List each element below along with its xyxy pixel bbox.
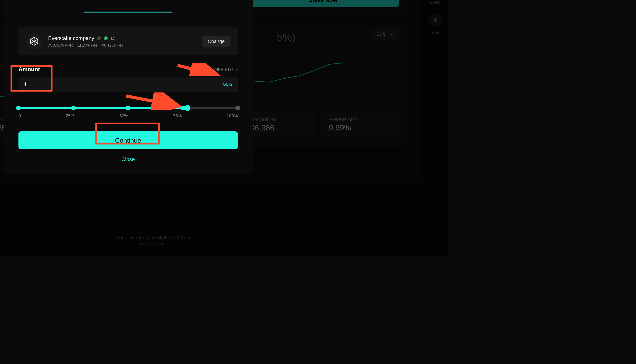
provider-fee: 15% Fee (77, 43, 98, 48)
slider-label: 0 (18, 114, 21, 118)
provider-logo (26, 34, 42, 49)
slider-label: 25% (66, 114, 74, 118)
amount-input-wrapper: Max (18, 77, 238, 92)
verified-icon (104, 36, 108, 40)
provider-name: Everstake company i (48, 35, 124, 41)
amount-label: Amount (18, 66, 40, 72)
external-link-icon[interactable] (111, 36, 115, 40)
staking-modal: ✕ Choose staking provider Everstake comp… (4, 0, 252, 174)
continue-button[interactable]: Continue (18, 131, 238, 149)
max-button[interactable]: Max (222, 82, 232, 88)
provider-apr: 8.36% APR (48, 43, 73, 48)
svg-rect-25 (78, 44, 80, 46)
provider-filled: 98.1% Filled (102, 43, 124, 48)
modal-progress-bar (84, 12, 172, 12)
available-balance: Available: 1.2998 EGLD (186, 67, 238, 72)
svg-text:i: i (99, 36, 99, 40)
info-icon[interactable]: i (97, 36, 101, 40)
slider-label: 50% (119, 114, 128, 118)
provider-card: Everstake company i 8.36% APR 15% Fee 98… (18, 27, 238, 55)
slider-label: 75% (173, 114, 182, 118)
close-link[interactable]: Close (18, 156, 238, 162)
hexagon-logo-icon (29, 36, 39, 46)
amount-slider[interactable]: 0 25% 50% 75% 100% (18, 107, 238, 118)
change-provider-button[interactable]: Change (203, 36, 230, 46)
amount-input[interactable] (24, 81, 50, 88)
slider-label: 100% (227, 114, 238, 118)
